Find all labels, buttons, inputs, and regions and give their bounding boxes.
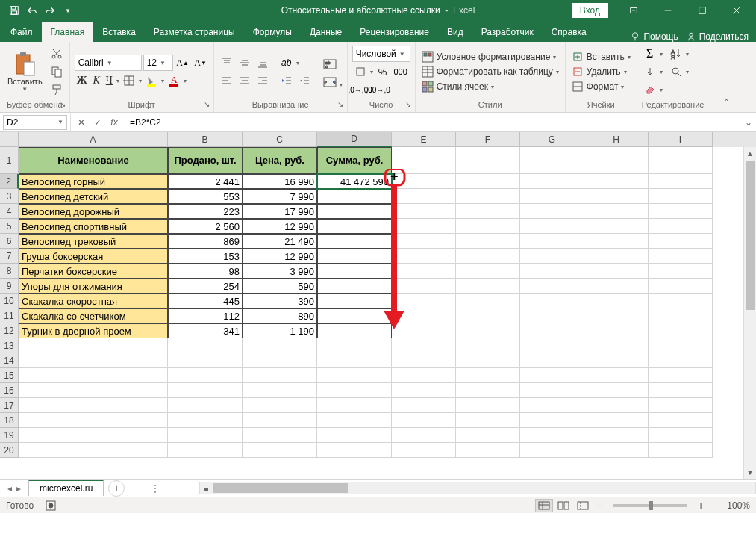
- cell[interactable]: [243, 443, 317, 458]
- cell[interactable]: [584, 368, 649, 383]
- row-header[interactable]: 3: [0, 189, 19, 204]
- cell[interactable]: [520, 189, 584, 204]
- cell[interactable]: [456, 234, 520, 249]
- cell[interactable]: [649, 174, 713, 189]
- cell[interactable]: 7 990: [243, 189, 317, 204]
- paste-button[interactable]: Вставить ▼: [4, 50, 46, 94]
- borders-icon[interactable]: [121, 72, 137, 89]
- zoom-out-button[interactable]: −: [593, 500, 605, 512]
- cell[interactable]: [456, 353, 520, 368]
- cell[interactable]: [456, 294, 520, 308]
- cell[interactable]: [392, 323, 456, 338]
- cell[interactable]: [317, 443, 392, 458]
- cancel-formula-icon[interactable]: ✕: [74, 115, 89, 130]
- accounting-icon[interactable]: [352, 63, 369, 80]
- cell[interactable]: [649, 383, 713, 398]
- cell[interactable]: [392, 413, 456, 428]
- cell[interactable]: [317, 249, 392, 264]
- cell[interactable]: [317, 323, 392, 338]
- cell[interactable]: Велосипед детский: [19, 189, 168, 204]
- launcher-icon[interactable]: ↘: [202, 100, 212, 111]
- cell[interactable]: [392, 174, 456, 189]
- cell[interactable]: [649, 204, 713, 219]
- row-header[interactable]: 7: [0, 249, 19, 264]
- add-sheet-button[interactable]: +: [108, 480, 125, 497]
- cell[interactable]: 890: [243, 308, 317, 323]
- cell[interactable]: [584, 413, 649, 428]
- cell[interactable]: Турник в дверной проем: [19, 323, 168, 338]
- cell[interactable]: [243, 413, 317, 428]
- cell[interactable]: [584, 279, 649, 294]
- cell[interactable]: [168, 338, 243, 353]
- cell[interactable]: [456, 323, 520, 338]
- bold-button[interactable]: Ж: [75, 73, 90, 88]
- close-icon[interactable]: [720, 0, 753, 21]
- decrease-font-icon[interactable]: A▼: [193, 55, 209, 71]
- cell[interactable]: 3 990: [243, 264, 317, 279]
- cell[interactable]: [317, 308, 392, 323]
- font-name-combo[interactable]: Calibri▼: [75, 55, 142, 71]
- tab-review[interactable]: Рецензирование: [351, 22, 438, 42]
- autosum-icon[interactable]: Σ: [642, 46, 658, 62]
- cell[interactable]: [649, 189, 713, 204]
- cell[interactable]: [520, 443, 584, 458]
- cell[interactable]: 17 990: [243, 204, 317, 219]
- cell[interactable]: [456, 189, 520, 204]
- cell[interactable]: [392, 294, 456, 308]
- zoom-in-button[interactable]: +: [695, 500, 707, 512]
- cell[interactable]: [317, 219, 392, 234]
- cell[interactable]: [317, 353, 392, 368]
- qat-customize-icon[interactable]: ▼: [60, 2, 76, 19]
- cell[interactable]: [584, 308, 649, 323]
- view-normal-icon[interactable]: [535, 499, 553, 512]
- expand-formula-bar-icon[interactable]: ⌄: [741, 117, 756, 128]
- cell[interactable]: [456, 338, 520, 353]
- undo-icon[interactable]: [24, 2, 40, 19]
- cell[interactable]: 153: [168, 249, 243, 264]
- tab-insert[interactable]: Вставка: [93, 22, 145, 42]
- cell[interactable]: [392, 308, 456, 323]
- cell[interactable]: [520, 147, 584, 174]
- cell[interactable]: [317, 338, 392, 353]
- cell[interactable]: Наименование: [19, 147, 168, 174]
- cell[interactable]: [392, 368, 456, 383]
- cell[interactable]: [584, 338, 649, 353]
- row-header[interactable]: 13: [0, 338, 19, 353]
- row-header[interactable]: 4: [0, 204, 19, 219]
- tell-me-button[interactable]: Помощь: [630, 31, 678, 42]
- view-page-layout-icon[interactable]: [554, 499, 572, 512]
- cell[interactable]: [520, 279, 584, 294]
- cell[interactable]: [649, 249, 713, 264]
- cell[interactable]: Перчатки боксерские: [19, 264, 168, 279]
- formula-input[interactable]: [125, 115, 741, 130]
- format-as-table-button[interactable]: Форматировать как таблицу▾: [420, 65, 560, 78]
- cell[interactable]: [584, 383, 649, 398]
- cell[interactable]: [456, 443, 520, 458]
- zoom-level[interactable]: 100%: [713, 500, 750, 511]
- cell[interactable]: [649, 264, 713, 279]
- row-header[interactable]: 11: [0, 308, 19, 323]
- macro-record-icon[interactable]: [46, 500, 56, 511]
- scroll-up-icon[interactable]: ▲: [744, 147, 756, 160]
- column-header[interactable]: I: [649, 132, 713, 147]
- column-header[interactable]: G: [520, 132, 584, 147]
- percent-icon[interactable]: %: [375, 63, 391, 80]
- cut-icon[interactable]: [49, 46, 65, 62]
- row-header[interactable]: 8: [0, 264, 19, 279]
- cell[interactable]: [317, 279, 392, 294]
- vertical-scrollbar[interactable]: ▲ ▼: [743, 147, 756, 479]
- cell[interactable]: Цена, руб.: [243, 147, 317, 174]
- cell[interactable]: [19, 353, 168, 368]
- row-header[interactable]: 18: [0, 413, 19, 428]
- cell[interactable]: [520, 428, 584, 443]
- cell[interactable]: [456, 204, 520, 219]
- worksheet-grid[interactable]: ABCDEFGHI 1НаименованиеПродано, шт.Цена,…: [0, 132, 756, 479]
- cell[interactable]: [456, 413, 520, 428]
- sort-filter-icon[interactable]: AЯ: [668, 46, 684, 62]
- cell[interactable]: 869: [168, 234, 243, 249]
- cell[interactable]: [520, 294, 584, 308]
- sheet-tab[interactable]: microexcel.ru: [28, 480, 104, 496]
- cell[interactable]: [19, 368, 168, 383]
- cell[interactable]: 223: [168, 204, 243, 219]
- tab-data[interactable]: Данные: [301, 22, 351, 42]
